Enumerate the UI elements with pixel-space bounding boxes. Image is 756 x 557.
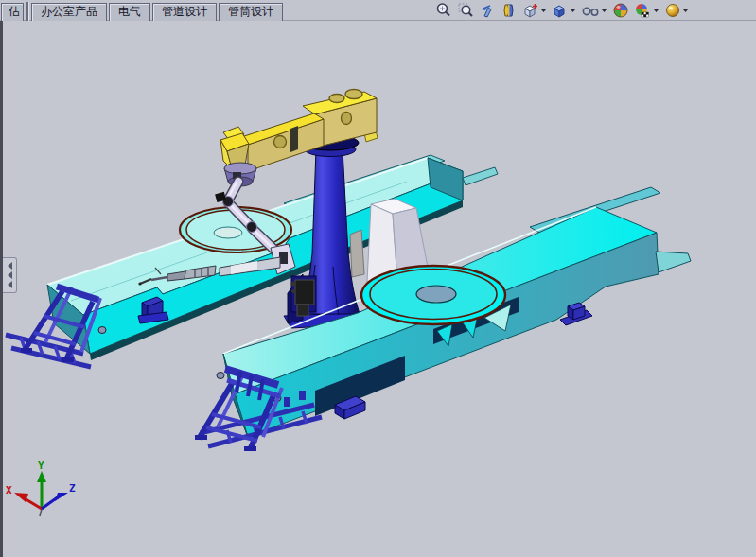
view-settings-button[interactable] [663,1,690,20]
triad-z-label: Z [69,482,76,495]
triad-x-label: X [6,484,12,496]
display-style-icon [552,2,569,19]
panel-collapse-handle[interactable] [3,257,17,293]
control-box[interactable] [291,276,317,316]
tab-separator [26,2,28,21]
section-view-icon [501,2,518,19]
robot-boom-arm[interactable] [220,90,378,173]
command-tabs: 估 办公室产品 电气 管道设计 管筒设计 [0,0,284,21]
zoom-to-fit-icon [435,2,452,19]
dropdown-arrow-icon [601,2,607,19]
right-weld-ring[interactable] [361,266,505,324]
collapse-arrow-icon [8,271,12,279]
apply-scene-button[interactable] [633,1,660,20]
collapse-arrow-icon [8,281,12,288]
apply-scene-icon [634,2,652,19]
hide-show-items-button[interactable] [580,1,608,20]
previous-view-button[interactable] [478,1,497,20]
display-style-button[interactable] [551,1,577,20]
heads-up-view-toolbar [434,1,690,20]
view-settings-icon [664,2,681,19]
dropdown-arrow-icon [570,2,576,19]
section-view-button[interactable] [500,1,519,20]
tab-electrical[interactable]: 电气 [109,3,150,21]
edit-appearance-button[interactable] [611,1,630,20]
rear-gusset-bracket[interactable] [350,230,364,277]
view-orientation-icon [522,2,539,19]
tab-evaluate-partial[interactable]: 估 [1,3,24,21]
tab-piping-design[interactable]: 管道设计 [152,3,217,21]
dropdown-arrow-icon [653,2,659,19]
triad-y-label: Y [38,460,44,472]
zoom-to-area-icon [457,2,474,19]
hide-show-items-icon [581,2,600,19]
collapse-arrow-icon [8,262,12,270]
previous-view-icon [479,2,496,19]
reference-triad[interactable]: Y X Z [6,460,76,516]
dropdown-arrow-icon [540,2,547,19]
solidworks-window: { "window": { "viewport_background": "#c… [0,0,756,557]
tab-office-products[interactable]: 办公室产品 [31,3,107,21]
graphics-viewport[interactable]: Y X Z [0,21,756,557]
dropdown-arrow-icon [682,2,689,19]
view-orientation-button[interactable] [521,1,548,20]
3d-model-scene[interactable]: Y X Z [0,21,756,557]
tab-tubing-design[interactable]: 管筒设计 [219,3,283,21]
edit-appearance-icon [612,2,629,19]
zoom-to-fit-button[interactable] [434,1,453,20]
zoom-to-area-button[interactable] [456,1,475,20]
command-manager-bar: 估 办公室产品 电气 管道设计 管筒设计 [0,0,756,21]
